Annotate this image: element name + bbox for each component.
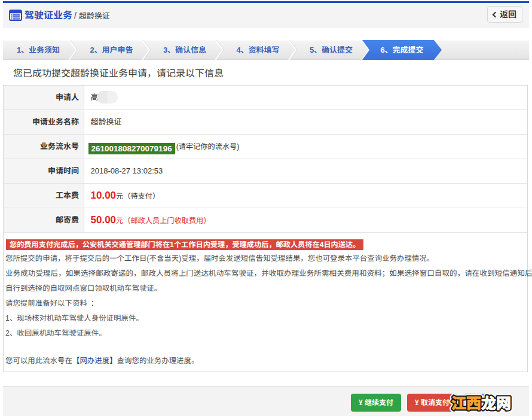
svg-text:龙网: 龙网	[481, 395, 511, 412]
svg-text:江西: 江西	[451, 395, 481, 412]
